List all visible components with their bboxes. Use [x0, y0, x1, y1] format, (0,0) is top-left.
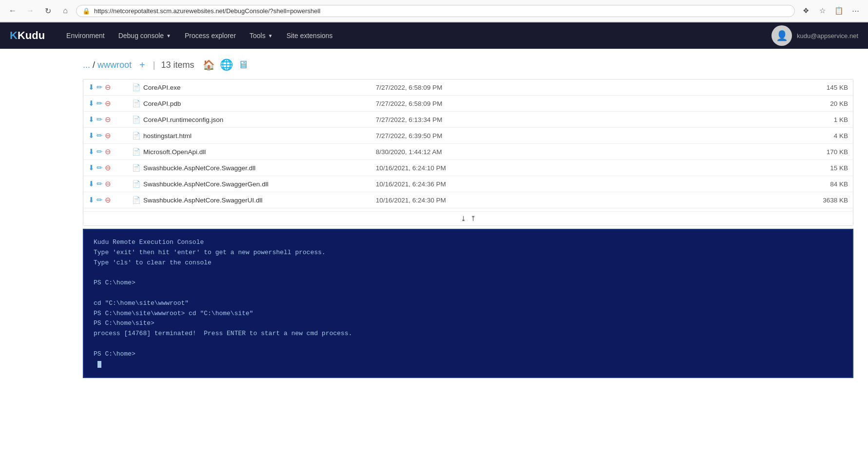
delete-icon[interactable]: ⊖	[105, 163, 111, 172]
download-icon[interactable]: ⬇	[88, 163, 95, 172]
table-row: ⬇ ✏ ⊖ 📄 Swashbuckle.AspNetCore.Swagger.d…	[83, 160, 853, 176]
nav-process-explorer[interactable]: Process explorer	[178, 22, 243, 49]
download-icon[interactable]: ⬇	[88, 180, 95, 188]
delete-icon[interactable]: ⊖	[105, 99, 111, 108]
file-date: 7/27/2022, 6:13:34 PM	[371, 112, 706, 128]
edit-icon[interactable]: ✏	[96, 180, 103, 188]
file-actions: ⬇ ✏ ⊖	[88, 147, 122, 156]
console-terminal[interactable]: Kudu Remote Execution ConsoleType 'exit'…	[83, 229, 853, 378]
download-icon[interactable]: ⬇	[88, 131, 95, 140]
file-name-cell: 📄 CoreAPI.exe	[132, 83, 366, 91]
file-actions: ⬇ ✏ ⊖	[88, 99, 122, 108]
path-bar: ... / wwwroot + | 13 items 🏠 🌐 🖥	[83, 59, 853, 71]
breadcrumb-folder[interactable]: wwwroot	[97, 60, 132, 70]
nav-tools[interactable]: Tools ▼	[243, 22, 280, 49]
nav-site-extensions[interactable]: Site extensions	[280, 22, 340, 49]
table-row: ⬇ ✏ ⊖ 📄 Swashbuckle.AspNetCore.SwaggerUI…	[83, 192, 853, 208]
file-name: Microsoft.OpenApi.dll	[143, 148, 206, 156]
file-type-icon: 📄	[132, 148, 140, 156]
navbar: KKudu Environment Debug console ▼ Proces…	[0, 22, 868, 49]
file-size: 15 KB	[706, 160, 853, 176]
scroll-down-icon[interactable]: ⤓	[461, 215, 466, 222]
delete-icon[interactable]: ⊖	[105, 147, 111, 156]
download-icon[interactable]: ⬇	[88, 99, 95, 108]
table-row: ⬇ ✏ ⊖ 📄 CoreAPI.pdb 7/27/2022, 6:58:09 P…	[83, 96, 853, 112]
add-file-button[interactable]: +	[137, 60, 147, 71]
user-email: kudu@appservice.net	[797, 32, 858, 40]
back-button[interactable]: ←	[6, 4, 19, 18]
home-icon: 🏠	[203, 60, 215, 70]
browser-actions: ❖ ☆ 📋 ⋯	[799, 4, 862, 18]
home-button[interactable]: ⌂	[58, 4, 72, 18]
edit-icon[interactable]: ✏	[96, 147, 103, 156]
edit-icon[interactable]: ✏	[96, 115, 103, 124]
favorites-button[interactable]: ☆	[815, 4, 829, 18]
download-icon[interactable]: ⬇	[88, 147, 95, 156]
delete-icon[interactable]: ⊖	[105, 83, 111, 92]
file-table-scroll[interactable]: ⬇ ✏ ⊖ 📄 CoreAPI.exe 7/27/2022, 6:58:09 P…	[83, 80, 853, 211]
file-size: 4 KB	[706, 128, 853, 144]
edit-icon[interactable]: ✏	[96, 196, 103, 204]
console-output: Kudu Remote Execution ConsoleType 'exit'…	[94, 238, 843, 369]
file-size: 4 KB	[706, 208, 853, 212]
reload-button[interactable]: ↻	[41, 4, 55, 18]
nav-environment[interactable]: Environment	[59, 22, 112, 49]
file-date: 7/27/2022, 6:58:40 PM	[371, 208, 706, 212]
extensions-button[interactable]: ❖	[799, 4, 812, 18]
server-icon-button[interactable]: 🖥	[238, 59, 249, 71]
table-row: ⬇ ✏ ⊖ 📄 Swashbuckle.AspNetCore.SwaggerGe…	[83, 176, 853, 192]
table-row: ⬇ ✏ ⊖ 📄 CoreAPI.exe 7/27/2022, 6:58:09 P…	[83, 80, 853, 96]
user-icon: 👤	[776, 30, 788, 41]
file-name-cell: 📄 Swashbuckle.AspNetCore.SwaggerUI.dll	[132, 196, 366, 204]
settings-button[interactable]: ⋯	[849, 4, 862, 18]
file-date: 8/30/2020, 1:44:12 AM	[371, 144, 706, 160]
edit-icon[interactable]: ✏	[96, 131, 103, 140]
console-line: PS C:\home\site\wwwroot> cd "C:\home\sit…	[94, 309, 843, 319]
file-actions: ⬇ ✏ ⊖	[88, 163, 122, 172]
file-actions: ⬇ ✏ ⊖	[88, 131, 122, 140]
edit-icon[interactable]: ✏	[96, 163, 103, 172]
breadcrumb-root[interactable]: ...	[83, 60, 90, 70]
download-icon[interactable]: ⬇	[88, 115, 95, 124]
file-name: CoreAPI.runtimeconfig.json	[143, 116, 223, 123]
console-line	[94, 339, 843, 349]
file-type-icon: 📄	[132, 180, 140, 188]
edit-icon[interactable]: ✏	[96, 83, 103, 92]
file-date: 10/16/2021, 6:24:36 PM	[371, 176, 706, 192]
console-cursor-line[interactable]	[94, 360, 843, 370]
file-name: Swashbuckle.AspNetCore.SwaggerGen.dll	[143, 180, 269, 188]
home-icon-button[interactable]: 🏠	[203, 59, 215, 71]
file-type-icon: 📄	[132, 116, 140, 123]
nav-debug-console[interactable]: Debug console ▼	[112, 22, 178, 49]
server-icon: 🖥	[238, 59, 249, 71]
forward-button[interactable]: →	[23, 4, 37, 18]
console-line: Type 'cls' to clear the console	[94, 258, 843, 268]
globe-icon-button[interactable]: 🌐	[220, 59, 233, 71]
table-row: ⬇ ✏ ⊖ 📄 hostingstart.html 7/27/2022, 6:3…	[83, 128, 853, 144]
console-line: process [14768] terminated! Press ENTER …	[94, 329, 843, 339]
delete-icon[interactable]: ⊖	[105, 131, 111, 140]
avatar: 👤	[772, 25, 792, 46]
file-size: 3638 KB	[706, 192, 853, 208]
scroll-up-icon[interactable]: ⤒	[470, 215, 476, 222]
file-date: 7/27/2022, 6:58:09 PM	[371, 96, 706, 112]
console-line	[94, 268, 843, 278]
file-size: 145 KB	[706, 80, 853, 96]
delete-icon[interactable]: ⊖	[105, 115, 111, 124]
url-input[interactable]	[94, 7, 789, 15]
download-icon[interactable]: ⬇	[88, 196, 95, 204]
file-name: hostingstart.html	[143, 132, 192, 140]
delete-icon[interactable]: ⊖	[105, 180, 111, 188]
brand-logo[interactable]: KKudu	[10, 29, 45, 42]
chevron-down-icon: ▼	[166, 33, 171, 39]
edit-icon[interactable]: ✏	[96, 99, 103, 108]
delete-icon[interactable]: ⊖	[105, 196, 111, 204]
file-type-icon: 📄	[132, 196, 140, 204]
file-size: 20 KB	[706, 96, 853, 112]
file-name-cell: 📄 hostingstart.html	[132, 132, 366, 140]
browser-chrome: ← → ↻ ⌂ 🔒 ❖ ☆ 📋 ⋯	[0, 0, 868, 22]
collections-button[interactable]: 📋	[832, 4, 846, 18]
console-line	[94, 288, 843, 299]
download-icon[interactable]: ⬇	[88, 83, 95, 92]
table-row: ⬇ ✏ ⊖ 📄 web.config 7/27/2022, 6:58:40 PM…	[83, 208, 853, 212]
